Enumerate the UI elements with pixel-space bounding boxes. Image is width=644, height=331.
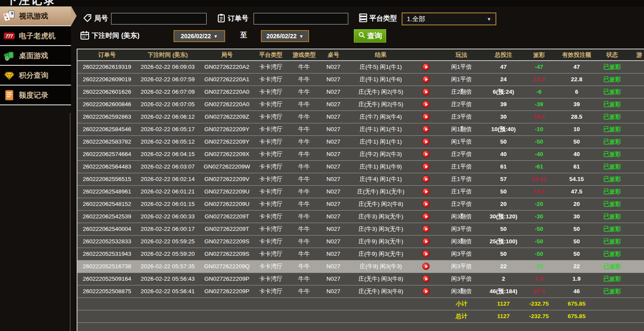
cell-extra: [629, 73, 644, 86]
subtotal-total-bet: 1127: [487, 297, 520, 310]
replay-play-icon[interactable]: [422, 275, 430, 282]
cell-order-no: 260222062574664: [77, 148, 136, 160]
cell-result: 庄(牛5) 闲1(牛1): [345, 61, 416, 73]
table-row[interactable]: 2602220625425392026-02-22 06:00:33GN0272…: [77, 210, 644, 223]
cell-replay: [416, 273, 436, 285]
cell-status: 已派彩: [595, 98, 629, 110]
table-row[interactable]: 2602220625644832026-02-22 06:03:07GN0272…: [77, 160, 644, 173]
cell-order-no: 260222052509164: [77, 273, 136, 285]
cell-extra: [629, 198, 644, 210]
cell-game-type: 牛牛: [287, 73, 322, 86]
document-icon: [3, 89, 15, 101]
cell-order-no: 260222062600846: [77, 98, 136, 110]
query-button[interactable]: 查询: [354, 29, 386, 43]
play-triangle: [425, 103, 428, 106]
sidebar-item-table-games[interactable]: 1桌面游戏: [0, 46, 71, 66]
platform-type-select[interactable]: 1.全部 ▼: [402, 12, 496, 25]
table-row[interactable]: 2602220625481522026-02-22 06:01:15GN0272…: [77, 198, 644, 210]
cell-empty: [77, 297, 136, 310]
cell-status: 已派彩: [595, 235, 629, 248]
sidebar-item-gem[interactable]: 积分查询: [0, 66, 71, 86]
cell-valid-bet: 46: [558, 285, 595, 297]
order-no-input[interactable]: [254, 13, 348, 25]
replay-play-icon[interactable]: [422, 138, 430, 145]
records-table: 订单号 下注时间 (美东) 局号 平台类型 游戏类型 桌号 结果 玩法 总投注 …: [77, 49, 644, 323]
cell-platform: 卡卡湾厅: [255, 173, 287, 185]
cell-round-no: GN0272622209Y: [199, 123, 255, 135]
cell-table-no: N027: [322, 160, 345, 173]
chevron-down-icon: ▼: [214, 34, 218, 39]
cell-table-no: N027: [322, 123, 345, 135]
cell-game-type: 牛牛: [287, 173, 322, 185]
replay-play-icon[interactable]: [422, 101, 430, 108]
replay-play-icon[interactable]: [422, 238, 430, 245]
cell-round-no: GN0272622209U: [199, 198, 255, 210]
cell-play-method: 闲1平倍: [436, 73, 487, 86]
date-to-picker[interactable]: 2026/02/22 ▼: [261, 30, 309, 42]
round-no-input[interactable]: [111, 13, 207, 25]
betting-records-page: { "page_title": "下注记录", "sidebar": { "it…: [0, 0, 644, 331]
table-row[interactable]: 2602220626016262026-02-22 06:07:09GN0272…: [77, 86, 644, 98]
replay-play-icon[interactable]: [422, 225, 430, 233]
sidebar-item-document[interactable]: 额度记录: [0, 86, 71, 105]
table-row[interactable]: 2602220625845462026-02-22 06:05:17GN0272…: [77, 123, 644, 135]
filter-bar: 局号 订单号 平台类型 1.全部 ▼ 下注时间 (美东) 2026/02/22 …: [0, 0, 644, 48]
cell-extra: [629, 98, 644, 110]
table-row[interactable]: 2602220525167382026-02-22 05:57:35GN0272…: [77, 260, 644, 273]
table-row[interactable]: 2602220625400042026-02-22 06:00:17GN0272…: [77, 223, 644, 235]
cell-valid-bet: 47.5: [558, 185, 595, 198]
cell-empty: [199, 310, 255, 322]
cell-round-no: GN0272622209P: [199, 273, 255, 285]
replay-play-icon[interactable]: [422, 188, 430, 195]
cell-platform: 卡卡湾厅: [255, 160, 287, 173]
sidebar-item-slot-777[interactable]: 777电子老虎机: [0, 26, 71, 46]
sidebar-rail-divider: [70, 113, 71, 331]
cell-play-method: 庄1平倍: [436, 160, 487, 173]
cell-platform: 卡卡湾厅: [255, 135, 287, 148]
replay-play-icon[interactable]: [422, 76, 430, 83]
cell-round-no: GN0272622209S: [199, 248, 255, 260]
table-row[interactable]: 2602220625489612026-02-22 06:01:21GN0272…: [77, 185, 644, 198]
cell-total-bet: 10(预:40): [487, 123, 520, 135]
cell-round-no: GN027262220A1: [199, 73, 255, 86]
date-from-picker[interactable]: 2026/02/22 ▼: [173, 30, 225, 42]
table-row[interactable]: 2602220626008462026-02-22 06:07:05GN0272…: [77, 98, 644, 110]
table-row[interactable]: 2602220525088752026-02-22 05:56:41GN0272…: [77, 285, 644, 297]
table-row[interactable]: 2602220525091642026-02-22 05:56:43GN0272…: [77, 273, 644, 285]
table-row[interactable]: 2602220625746642026-02-22 06:04:15GN0272…: [77, 148, 644, 160]
cell-valid-bet: 28.5: [558, 110, 595, 123]
replay-play-icon[interactable]: [422, 163, 430, 170]
col-play-method: 玩法: [436, 49, 487, 61]
table-row[interactable]: 2602220525319432026-02-22 05:59:20GN0272…: [77, 248, 644, 260]
cell-game-type: 牛牛: [287, 185, 322, 198]
replay-play-icon[interactable]: [422, 113, 430, 120]
replay-play-icon[interactable]: [422, 288, 430, 295]
cell-total-bet: 50: [487, 185, 520, 198]
table-row[interactable]: 2602220625837822026-02-22 06:05:12GN0272…: [77, 135, 644, 148]
cell-extra: [629, 135, 644, 148]
play-triangle: [425, 153, 428, 156]
sidebar-item-playing-cards[interactable]: 9K♥视讯游戏: [0, 6, 71, 26]
table-row[interactable]: 2602220525328332026-02-22 05:59:25GN0272…: [77, 235, 644, 248]
table-row[interactable]: 2602220626090192026-02-22 06:07:59GN0272…: [77, 73, 644, 86]
replay-play-icon[interactable]: [422, 150, 430, 158]
replay-play-icon[interactable]: [422, 175, 430, 183]
cell-status: 已派彩: [595, 248, 629, 260]
cell-empty: [322, 310, 345, 322]
table-row[interactable]: 2602220625928632026-02-22 06:06:12GN0272…: [77, 110, 644, 123]
cell-payout: -20: [520, 198, 558, 210]
replay-play-icon[interactable]: [422, 213, 430, 220]
cell-replay: [416, 86, 436, 98]
table-row[interactable]: 2602220626193192026-02-22 06:09:03GN0272…: [77, 61, 644, 73]
replay-play-icon[interactable]: [422, 263, 430, 270]
replay-play-icon[interactable]: [422, 200, 430, 208]
play-triangle: [425, 227, 428, 231]
replay-play-icon[interactable]: [422, 250, 430, 257]
table-row[interactable]: 2602220625565152026-02-22 06:02:14GN0272…: [77, 173, 644, 185]
replay-play-icon[interactable]: [422, 126, 430, 133]
replay-play-icon[interactable]: [422, 63, 430, 70]
cell-game-type: 牛牛: [287, 285, 322, 297]
replay-play-icon[interactable]: [422, 88, 430, 95]
cell-play-method: 闲3平倍: [436, 248, 487, 260]
cell-payout: 1.9: [520, 273, 558, 285]
